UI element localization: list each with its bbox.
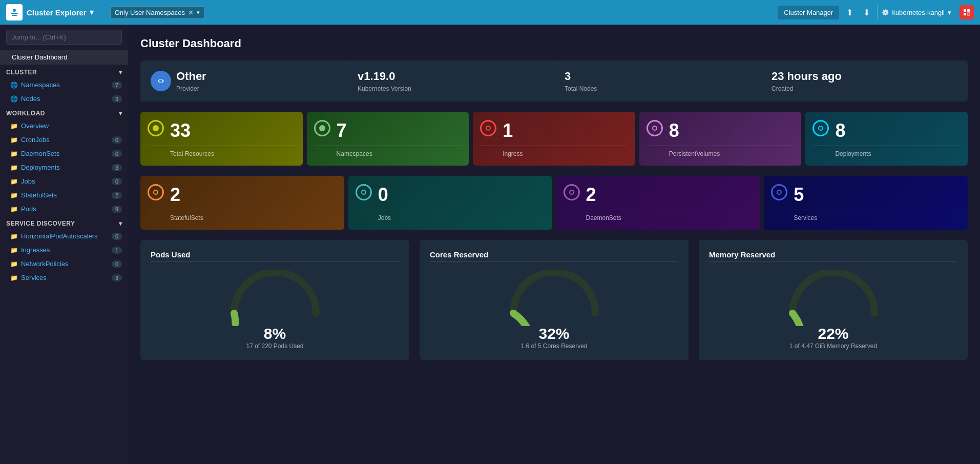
stat-label-persistent-volumes: PersistentVolumes — [669, 150, 795, 157]
sidebar-item-overview-label: Overview — [21, 122, 49, 130]
gauge-card-memory-reserved: Memory Reserved 22% 1 of 4.47 GiB Memory… — [699, 240, 968, 360]
sidebar-item-ingresses-count: 1 — [112, 247, 122, 254]
user-menu[interactable]: ☸ kubernetes-kangll ▾ — [882, 8, 951, 17]
cluster-explorer-label[interactable]: Cluster Explorer ▾ — [27, 8, 94, 17]
stat-number-deployments: 8 — [835, 120, 961, 142]
avatar[interactable] — [960, 5, 974, 19]
sidebar-item-namespaces[interactable]: 🌐Namespaces 7 — [0, 78, 128, 92]
download-icon-button[interactable]: ⬇ — [860, 5, 873, 21]
sidebar-section-workload[interactable]: Workload ▾ — [0, 106, 128, 119]
sidebar-item-daemonsets[interactable]: 📁DaemonSets 0 — [0, 147, 128, 160]
sidebar-item-hpa[interactable]: 📁HorizontalPodAutoscalers 0 — [0, 229, 128, 243]
cluster-manager-label: Cluster Manager — [784, 9, 833, 16]
jobs-folder-icon: 📁 — [10, 178, 18, 185]
search-input[interactable] — [6, 30, 122, 45]
sidebar-item-pods[interactable]: 📁Pods 9 — [0, 202, 128, 216]
namespace-filter-close-icon[interactable]: ✕ — [188, 9, 194, 16]
sidebar-item-networkpolicies[interactable]: 📁NetworkPolicies 0 — [0, 257, 128, 271]
gauge-percentage-memory-reserved: 22% — [709, 325, 957, 342]
svg-rect-8 — [967, 13, 970, 15]
sidebar-section-service-discovery[interactable]: Service Discovery ▾ — [0, 216, 128, 229]
sidebar-item-cluster-dashboard[interactable]: Cluster Dashboard — [0, 50, 128, 65]
stat-label-statefulsets: StatefulSets — [170, 214, 337, 221]
sidebar-item-deployments-count: 3 — [112, 164, 122, 171]
stat-number-total-resources: 33 — [170, 120, 296, 142]
stat-label-total-resources: Total Resources — [170, 150, 296, 157]
gauges-section: Pods Used 8% 17 of 220 Pods Used Cores R… — [140, 240, 968, 360]
sidebar-item-jobs-count: 0 — [112, 178, 122, 185]
version-label: Kubernetes Version — [358, 85, 544, 92]
sidebar-item-services-label: Services — [21, 274, 47, 281]
stat-card-jobs[interactable]: 0 Jobs — [348, 176, 552, 230]
kubernetes-icon: ☸ — [882, 8, 889, 17]
sidebar-item-cronjobs[interactable]: 📁CronJobs 0 — [0, 133, 128, 147]
cronjobs-folder-icon: 📁 — [10, 136, 18, 144]
stat-number-jobs: 0 — [378, 184, 545, 206]
cluster-label: Cluster Explorer — [27, 8, 87, 17]
sidebar-item-pods-count: 9 — [112, 206, 122, 213]
stat-card-ingress[interactable]: 1 Ingress — [473, 112, 635, 166]
svg-rect-4 — [962, 7, 972, 17]
sidebar-item-services[interactable]: 📁Services 3 — [0, 271, 128, 285]
user-chevron-icon: ▾ — [948, 9, 951, 16]
cluster-manager-button[interactable]: Cluster Manager — [778, 6, 839, 19]
sidebar-item-namespaces-label: Namespaces — [21, 81, 60, 89]
sidebar-item-nodes[interactable]: 🌐Nodes 3 — [0, 92, 128, 106]
cluster-version-item: v1.19.0 Kubernetes Version — [347, 60, 554, 102]
namespace-filter[interactable]: Only User Namespaces ✕ ▾ — [110, 6, 204, 19]
gauge-title-memory-reserved: Memory Reserved — [709, 250, 957, 259]
nodes-label: Total Nodes — [565, 85, 750, 92]
stat-label-ingress: Ingress — [503, 150, 628, 157]
stat-card-deployments[interactable]: 8 Deployments — [805, 112, 968, 166]
cluster-info-bar: Other Provider v1.19.0 Kubernetes Versio… — [140, 60, 968, 102]
sidebar-item-daemonsets-label: DaemonSets — [21, 150, 59, 157]
page-title: Cluster Dashboard — [140, 37, 968, 50]
gauge-subtitle-memory-reserved: 1 of 4.47 GiB Memory Reserved — [709, 342, 957, 350]
stat-icon-persistent-volumes — [647, 120, 663, 136]
stat-label-namespaces: Namespaces — [337, 150, 462, 157]
hpa-folder-icon: 📁 — [10, 233, 18, 240]
namespace-filter-label: Only User Namespaces — [115, 9, 185, 16]
sidebar-item-overview[interactable]: 📁Overview — [0, 119, 128, 133]
stat-card-daemonsets[interactable]: 2 DaemonSets — [556, 176, 760, 230]
nodes-value: 3 — [565, 70, 750, 83]
stat-icon-jobs — [356, 184, 372, 200]
sidebar-section-cluster[interactable]: Cluster ▾ — [0, 65, 128, 78]
workload-section-label: Workload — [6, 110, 45, 117]
sidebar-item-daemonsets-count: 0 — [112, 150, 122, 157]
gauge-percentage-pods-used: 8% — [151, 325, 399, 342]
cluster-chevron-icon: ▾ — [90, 8, 94, 17]
stat-icon-deployments — [812, 120, 829, 136]
svg-rect-7 — [964, 13, 966, 15]
sidebar-item-statefulsets-count: 2 — [112, 192, 122, 199]
stat-card-total-resources[interactable]: 33 Total Resources — [140, 112, 303, 166]
namespace-filter-chevron-icon[interactable]: ▾ — [197, 9, 200, 16]
sidebar-item-jobs[interactable]: 📁Jobs 0 — [0, 174, 128, 188]
created-label: Created — [772, 85, 957, 92]
cluster-section-label: Cluster — [6, 69, 37, 76]
cluster-created-item: 23 hours ago Created — [761, 60, 968, 102]
stat-card-services[interactable]: 5 Services — [764, 176, 968, 230]
deployments-folder-icon: 📁 — [10, 164, 18, 171]
sidebar-item-label: Cluster Dashboard — [12, 53, 67, 61]
stat-icon-total-resources — [148, 120, 164, 136]
stat-card-namespaces[interactable]: 7 Namespaces — [307, 112, 469, 166]
sidebar-item-statefulsets-label: StatefulSets — [21, 191, 57, 199]
stat-label-deployments: Deployments — [835, 150, 961, 157]
sidebar-item-deployments[interactable]: 📁Deployments 3 — [0, 160, 128, 174]
sidebar-item-ingresses[interactable]: 📁Ingresses 1 — [0, 243, 128, 257]
stats-grid-row2: 2 StatefulSets 0 Jobs 2 DaemonSets — [140, 176, 968, 230]
gauge-card-pods-used: Pods Used 8% 17 of 220 Pods Used — [140, 240, 409, 360]
workload-section-chevron-icon: ▾ — [119, 110, 122, 117]
sidebar-item-statefulsets[interactable]: 📁StatefulSets 2 — [0, 188, 128, 202]
stat-label-services: Services — [794, 214, 961, 221]
sidebar-item-namespaces-count: 7 — [112, 82, 122, 89]
stat-card-persistent-volumes[interactable]: 8 PersistentVolumes — [639, 112, 802, 166]
app-logo[interactable] — [6, 4, 23, 21]
stat-card-statefulsets[interactable]: 2 StatefulSets — [140, 176, 344, 230]
upload-icon-button[interactable]: ⬆ — [843, 5, 856, 21]
nodes-folder-icon: 🌐 — [10, 95, 18, 103]
sidebar-item-networkpolicies-count: 0 — [112, 260, 122, 268]
sidebar-item-cronjobs-label: CronJobs — [21, 136, 50, 144]
cluster-nodes-item: 3 Total Nodes — [554, 60, 761, 102]
